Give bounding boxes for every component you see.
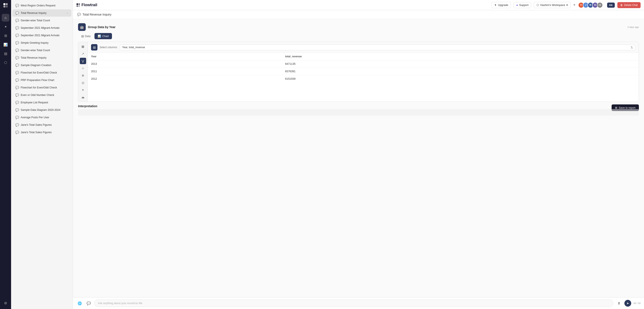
- chat-title: Total Revenue Inquiry: [82, 13, 111, 16]
- sidebar-item[interactable]: 💬 PRP Preparation Flow Chart: [12, 76, 72, 84]
- year-cell: 2012: [88, 75, 282, 83]
- sidebar-item[interactable]: 💬 September 2021 Migrant Arrivals: [12, 24, 72, 31]
- sidebar-item[interactable]: 💬 Jane's Total Sales Figures: [12, 129, 72, 136]
- sidebar-item[interactable]: 💬 West Region Orders Request: [12, 2, 72, 9]
- svg-rect-7: [78, 5, 80, 6]
- avatar-group: H J M B +5: [578, 2, 603, 8]
- sidebar-item[interactable]: 💬 Sample Diagram Creation: [12, 62, 72, 69]
- sidebar-item[interactable]: 💬 Total Revenue Inquiry →: [12, 9, 72, 17]
- plus-icon[interactable]: +: [573, 3, 576, 7]
- sidebar-item[interactable]: 💬 Flowchart for Even/Odd Check: [12, 84, 72, 91]
- rocket-icon[interactable]: ✦: [2, 23, 10, 30]
- delete-chat-button[interactable]: 🗑 Delete Chat: [617, 2, 640, 8]
- message-timestamp: 2 days ago: [627, 26, 639, 28]
- column-selector-label: Select columns:: [100, 46, 118, 49]
- workspace-button[interactable]: ⬡ Hashim's Workspace ▾: [534, 2, 571, 8]
- chart-bar-icon[interactable]: 📊: [2, 41, 10, 48]
- settings-icon[interactable]: ⚙: [2, 299, 10, 307]
- tab-chart[interactable]: 📊 Chart: [94, 33, 112, 39]
- chart-type-sidebar: ▦ ↗ ⋁ ⊹ ⊕ ◎ ✦ ⛰: [78, 42, 88, 102]
- revenue-cell: 6471135: [282, 60, 639, 68]
- chat-bubble-icon: 💬: [15, 26, 19, 30]
- sidebar-item[interactable]: 💬 Employee List Request: [12, 99, 72, 106]
- chat-header-icon: 💬: [77, 13, 81, 16]
- main-panel: Flowtrail ✦ Upgrade ● Support ⬡ Hashim's…: [73, 0, 644, 309]
- chat-bubble-icon: 💬: [15, 49, 19, 52]
- mountain-chart-type-icon[interactable]: ⛰: [80, 94, 86, 100]
- sidebar-item[interactable]: 💬 Jane's Total Sales Figures: [12, 121, 72, 128]
- svg-rect-1: [6, 3, 8, 5]
- donut-chart-type-icon[interactable]: ◎: [80, 79, 86, 86]
- table-view-icon[interactable]: ▦: [80, 43, 86, 50]
- table-icon[interactable]: ▤: [2, 50, 10, 57]
- support-icon: ●: [516, 4, 518, 6]
- sidebar-item-label: Gender-wise Total Count: [21, 49, 50, 52]
- bot-avatar: 🤖: [78, 23, 86, 31]
- area-chart-type-icon[interactable]: ⋁: [80, 58, 86, 64]
- sidebar-arrow-icon: →: [66, 11, 68, 14]
- chat-header: 💬 Total Revenue Inquiry: [73, 10, 644, 19]
- sidebar-item[interactable]: 💬 Sample Data Diagram 2020-2024: [12, 106, 72, 114]
- chat-bubble-icon: 💬: [15, 63, 19, 67]
- trash-icon: 🗑: [620, 4, 623, 6]
- sidebar-item[interactable]: 💬 Simple Greeting Inquiry: [12, 39, 72, 46]
- chevron-icon: ⇅: [630, 46, 633, 49]
- column-selector-control[interactable]: Year, total_revenue ⇅: [120, 44, 635, 50]
- message-header: 🤖 Group Data by Year 2 days ago: [78, 23, 639, 31]
- grid-icon[interactable]: ⊞: [2, 32, 10, 39]
- column-revenue-header: total_revenue: [282, 53, 639, 60]
- interpretation-title: Interpretation: [78, 104, 639, 108]
- emoji-icon[interactable]: 💬: [85, 300, 92, 307]
- message-block: 🤖 Group Data by Year 2 days ago ▤ Data 📊…: [78, 23, 639, 115]
- data-content: ▤ Select columns: Year, total_revenue ⇅: [88, 42, 639, 102]
- chat-bubble-icon: 💬: [15, 34, 19, 37]
- home-icon[interactable]: ⌂: [2, 14, 10, 21]
- sidebar-item-label: Flowchart for Even/Odd Check: [21, 71, 57, 74]
- column-selector-value: Year, total_revenue: [122, 46, 630, 49]
- chat-bubble-icon: 💬: [15, 56, 19, 59]
- people-icon[interactable]: ⬡: [2, 59, 10, 66]
- attach-icon[interactable]: 🌐: [76, 300, 83, 307]
- star-chart-type-icon[interactable]: ✦: [80, 87, 86, 93]
- char-count: 40 / 30: [633, 302, 640, 305]
- data-table: Year total_revenue 2013 64711352011 6576…: [88, 53, 639, 82]
- scatter-chart-type-icon[interactable]: ⊹: [80, 65, 86, 71]
- interpretation-section: Interpretation: [78, 104, 639, 115]
- sidebar-item[interactable]: 💬 September 2021 Migrant Arrivals: [12, 32, 72, 39]
- sidebar-item[interactable]: 💬 Even or Odd Number Check: [12, 91, 72, 99]
- sidebar-item-label: PRP Preparation Flow Chart: [21, 79, 54, 82]
- sidebar-item[interactable]: 💬 Gender-wise Total Count: [12, 47, 72, 54]
- send-button[interactable]: ➤: [624, 300, 631, 307]
- chat-bubble-icon: 💬: [15, 19, 19, 22]
- svg-rect-0: [4, 3, 5, 5]
- upgrade-button[interactable]: ✦ Upgrade: [492, 2, 511, 8]
- sidebar-item[interactable]: 💬 Total Revenue Inquiry: [12, 54, 72, 61]
- chat-bubble-icon: 💬: [15, 123, 19, 127]
- chat-bubble-icon: 💬: [15, 71, 19, 74]
- svg-rect-4: [76, 3, 78, 5]
- save-icon: ⊞: [615, 106, 617, 109]
- table-row: 2011 6576391: [88, 68, 639, 75]
- sidebar-item[interactable]: 💬 Gender-wise Total Count: [12, 17, 72, 24]
- sidebar-item[interactable]: 💬 Average Posts Per User: [12, 114, 72, 121]
- chart-tab-icon: 📊: [98, 34, 101, 38]
- data-panel: ▦ ↗ ⋁ ⊹ ⊕ ◎ ✦ ⛰ ▤: [78, 42, 639, 102]
- support-button[interactable]: ● Support: [514, 2, 531, 8]
- sidebar-item-label: Sample Diagram Creation: [21, 64, 52, 67]
- sidebar-item-label: September 2021 Migrant Arrivals: [21, 26, 60, 29]
- user-initials: HA: [607, 2, 615, 8]
- upload-icon[interactable]: ⬆: [616, 300, 622, 307]
- column-year-header: Year: [88, 53, 282, 60]
- chat-bubble-icon: 💬: [15, 101, 19, 104]
- sidebar-item[interactable]: 💬 Flowchart for Even/Odd Check: [12, 69, 72, 76]
- chat-messages: 🤖 Group Data by Year 2 days ago ▤ Data 📊…: [73, 19, 644, 297]
- chat-input[interactable]: [94, 300, 613, 307]
- globe-chart-type-icon[interactable]: ⊕: [80, 72, 86, 79]
- chat-bubble-icon: 💬: [15, 41, 19, 44]
- app-logo[interactable]: [2, 2, 9, 9]
- svg-rect-2: [4, 5, 5, 7]
- sidebar-item-label: Jane's Total Sales Figures: [21, 123, 52, 126]
- tab-data[interactable]: ▤ Data: [78, 33, 94, 39]
- sidebar-item-label: Total Revenue Inquiry: [21, 56, 46, 59]
- line-chart-type-icon[interactable]: ↗: [80, 50, 86, 57]
